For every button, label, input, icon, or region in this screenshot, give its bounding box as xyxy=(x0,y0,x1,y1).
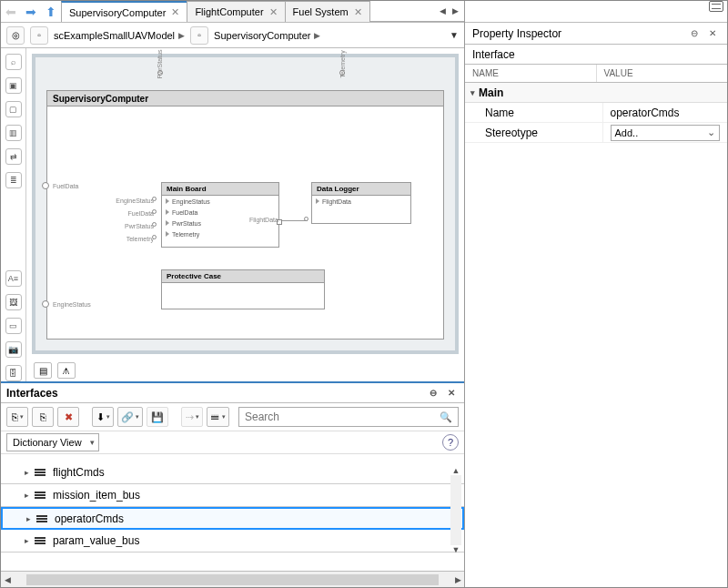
interface-row[interactable]: ▸mission_item_bus xyxy=(1,484,464,507)
block-main-board[interactable]: Main Board EngineStatus FuelData PwrStat… xyxy=(161,182,279,248)
subsystem-title-bar: SupervisoryComputer xyxy=(46,90,444,106)
new-element-button[interactable]: ⎘ xyxy=(32,407,54,427)
interface-row[interactable]: ▸param_value_bus xyxy=(1,530,464,553)
search-icon: 🔍 xyxy=(440,411,452,423)
interface-row[interactable]: ▸flightCmds xyxy=(1,461,464,484)
port-dot xyxy=(152,235,157,239)
signal-label: EngineStatus xyxy=(104,198,154,204)
hierarchy-icon[interactable]: ⩚ xyxy=(57,362,76,379)
bus-icon xyxy=(35,492,46,499)
pi-col-header: VALUE xyxy=(597,65,728,82)
block-data-logger[interactable]: Data Logger FlightData xyxy=(311,182,411,224)
bus-icon xyxy=(35,537,46,544)
library-icon[interactable]: 🗄 xyxy=(5,365,22,381)
expand-icon: ▸ xyxy=(25,536,29,545)
top-port[interactable]: PwrStatus xyxy=(154,61,167,88)
new-interface-button[interactable]: ⎘▾ xyxy=(6,407,28,427)
layers-icon[interactable]: ≣ xyxy=(5,172,22,188)
tab-scroll-right-icon[interactable]: ▶ xyxy=(450,4,460,18)
minimize-icon[interactable]: ⊖ xyxy=(687,26,702,41)
interfaces-list: ▸flightCmds ▸mission_item_bus ▸operatorC… xyxy=(1,454,464,571)
layout-icon[interactable]: ⇄ xyxy=(5,148,22,165)
keyboard-icon[interactable] xyxy=(709,1,723,12)
signal-label: Telemetry xyxy=(104,236,154,242)
panel-icon[interactable]: ▥ xyxy=(5,125,22,141)
stereotype-select[interactable]: Add.. xyxy=(611,125,721,141)
search-input[interactable]: 🔍 xyxy=(238,407,459,427)
port-dot xyxy=(152,209,157,214)
image-icon[interactable]: 🖼 xyxy=(5,294,22,310)
inport[interactable]: FuelData xyxy=(42,182,78,189)
close-icon[interactable]: ✕ xyxy=(705,26,720,41)
scroll-right-icon[interactable]: ▶ xyxy=(451,575,464,584)
panel-title: Interfaces xyxy=(6,387,58,400)
tab-flightcomputer[interactable]: FlightComputer ✕ xyxy=(187,1,285,22)
snapshot-icon[interactable]: 📷 xyxy=(5,341,22,358)
subsystem-body[interactable]: FuelData EngineStatus EngineStatus FuelD… xyxy=(46,90,444,340)
annotation-icon[interactable]: A≡ xyxy=(5,270,22,287)
tab-supervisory[interactable]: SupervisoryComputer ✕ xyxy=(61,1,187,22)
close-icon[interactable]: ✕ xyxy=(171,6,179,18)
link-button[interactable]: 🔗▾ xyxy=(117,407,143,427)
tab-scroll-left-icon[interactable]: ◀ xyxy=(437,4,448,18)
signal-label: FuelData xyxy=(104,210,154,217)
tab-fuelsystem[interactable]: Fuel System ✕ xyxy=(285,1,370,22)
port-dot xyxy=(152,222,157,227)
view-icon[interactable]: ▢ xyxy=(5,101,22,117)
scroll-left-icon[interactable]: ◀ xyxy=(1,575,14,584)
pi-value[interactable]: operatorCmds xyxy=(602,103,728,122)
tab-label: FlightComputer xyxy=(195,6,263,17)
grid-icon[interactable]: ▤ xyxy=(34,362,52,379)
fit-to-view-icon[interactable]: ▣ xyxy=(5,77,22,94)
canvas-footer: ▤ ⩚ xyxy=(26,360,464,381)
block-port: EngineStatus xyxy=(162,196,278,207)
scroll-down-icon[interactable]: ▼ xyxy=(450,545,462,554)
collapse-icon: ▾ xyxy=(470,88,475,97)
breadcrumb-item[interactable]: scExampleSmallUAVModel ▶ xyxy=(54,30,185,41)
inport[interactable]: EngineStatus xyxy=(42,300,91,308)
chevron-right-icon: ▶ xyxy=(314,31,320,40)
top-port[interactable]: Telemetry xyxy=(336,61,349,88)
minimize-icon[interactable]: ⊖ xyxy=(426,386,440,400)
breadcrumb-dropdown-icon[interactable]: ▼ xyxy=(450,30,459,40)
filter-button[interactable]: ⩸▾ xyxy=(207,407,229,427)
close-icon[interactable]: ✕ xyxy=(269,6,278,18)
property-inspector: Property Inspector ⊖ ✕ Interface NAME VA… xyxy=(465,1,727,587)
help-icon[interactable]: ? xyxy=(442,434,459,451)
pi-row-stereotype: Stereotype Add.. xyxy=(465,123,727,143)
pi-group-main[interactable]: ▾Main xyxy=(465,83,727,103)
breadcrumb: ◎ ▫ scExampleSmallUAVModel ▶ ▫ Superviso… xyxy=(1,23,464,48)
scrollbar-thumb[interactable] xyxy=(26,574,439,585)
bus-icon xyxy=(35,469,46,476)
block-port: Telemetry xyxy=(162,228,278,239)
target-icon[interactable]: ◎ xyxy=(6,26,25,45)
close-icon[interactable]: ✕ xyxy=(444,386,459,400)
editor-tabs: ⬅ ➡ ⬆ SupervisoryComputer ✕ FlightComput… xyxy=(1,1,464,23)
block-protective-case[interactable]: Protective Case xyxy=(161,269,325,309)
color-icon[interactable]: ▭ xyxy=(5,318,22,334)
save-button: 💾 xyxy=(147,407,168,427)
model-icon[interactable]: ▫ xyxy=(30,26,48,45)
nav-back-icon[interactable]: ⬅ xyxy=(1,1,21,22)
nav-up-icon[interactable]: ⬆ xyxy=(41,1,61,22)
pi-col-header: NAME xyxy=(465,65,597,82)
subsystem-icon[interactable]: ▫ xyxy=(190,26,208,45)
scroll-up-icon[interactable]: ▲ xyxy=(450,466,462,475)
breadcrumb-item[interactable]: SupervisoryComputer ▶ xyxy=(214,30,320,41)
delete-button[interactable]: ✖ xyxy=(57,407,79,427)
zoom-fit-icon[interactable]: ⌕ xyxy=(5,54,22,70)
panel-title: Property Inspector xyxy=(472,27,561,40)
interface-row-selected[interactable]: ▸operatorCmds xyxy=(1,507,464,530)
close-icon[interactable]: ✕ xyxy=(354,6,362,18)
port-dot xyxy=(304,217,308,221)
interfaces-panel: Interfaces ⊖ ✕ ⎘▾ ⎘ ✖ ⬇▾ 🔗▾ 💾 ⇢▾ ⩸▾ 🔍 xyxy=(1,381,464,587)
pi-value-dropdown[interactable]: Add.. xyxy=(602,123,728,142)
pi-label: Stereotype xyxy=(465,123,602,142)
port-dot xyxy=(152,197,157,201)
nav-forward-icon[interactable]: ➡ xyxy=(21,1,41,22)
interfaces-toolbar: ⎘▾ ⎘ ✖ ⬇▾ 🔗▾ 💾 ⇢▾ ⩸▾ 🔍 xyxy=(1,403,464,431)
view-select[interactable]: Dictionary View xyxy=(6,433,99,451)
import-button[interactable]: ⬇▾ xyxy=(92,407,114,427)
model-canvas[interactable]: PwrStatus Telemetry SupervisoryComputer … xyxy=(32,54,459,354)
horizontal-scrollbar[interactable]: ◀ ▶ xyxy=(1,571,464,587)
